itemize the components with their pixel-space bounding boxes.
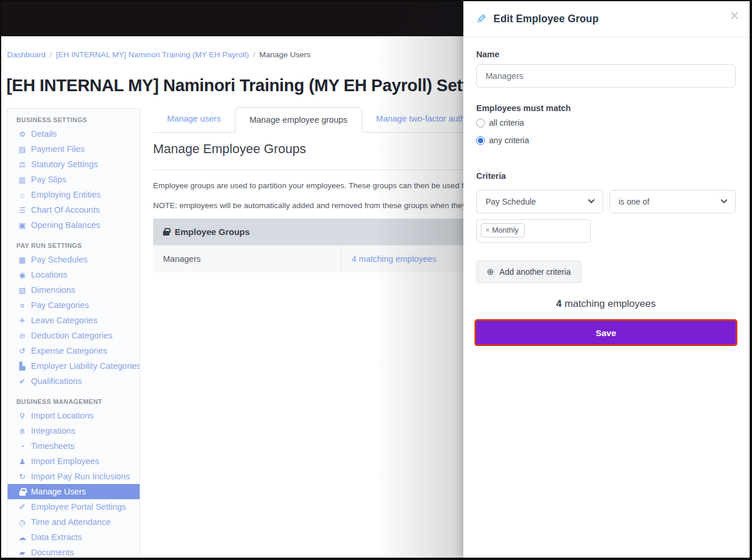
edit-employee-group-panel: ✎ Edit Employee Group × Name Employees m… — [463, 1, 750, 558]
sidebar-item-time-and-attendance[interactable]: ◷Time and Attendance — [8, 514, 140, 530]
criteria-values-input[interactable]: ×Monthly — [476, 219, 591, 243]
sidebar-item-employing-entities[interactable]: ⌂Employing Entities — [8, 187, 140, 202]
chart-icon: ▙ — [16, 362, 28, 371]
balances-icon: ▣ — [16, 221, 28, 230]
sidebar-item-label: Chart Of Accounts — [31, 205, 100, 215]
criteria-operator-select[interactable]: is one of — [609, 190, 736, 213]
tag-label: Monthly — [492, 226, 519, 234]
name-label: Name — [476, 50, 736, 59]
sidebar-item-employer-liability-categories[interactable]: ▙Employer Liability Categories — [8, 358, 140, 374]
radio-option-any-criteria[interactable]: any criteria — [476, 136, 736, 145]
sidebar-item-integrations[interactable]: ⋔Integrations — [8, 423, 140, 438]
lock-icon — [163, 231, 169, 236]
sidebar-item-label: Pay Schedules — [31, 255, 88, 264]
matching-count: 4 — [556, 298, 562, 309]
lock-icon — [16, 488, 28, 496]
radio-option-all-criteria[interactable]: all criteria — [476, 118, 736, 127]
sidebar-item-label: Locations — [31, 270, 67, 279]
sidebar-item-leave-categories[interactable]: ✈Leave Categories — [8, 313, 140, 328]
sidebar-item-label: Opening Balances — [31, 220, 101, 230]
close-icon[interactable]: × — [730, 8, 739, 24]
clock-icon: ◔ — [16, 442, 28, 451]
sidebar-item-statutory-settings[interactable]: ⚖Statutory Settings — [8, 157, 140, 172]
sidebar-item-import-employees[interactable]: ♟Import Employees — [8, 454, 140, 469]
people-icon: ♟ — [16, 457, 28, 466]
sidebar-item-employee-portal-settings[interactable]: ✐Employee Portal Settings — [8, 499, 140, 514]
calendar-icon: ▦ — [16, 255, 28, 264]
criteria-operator-value: is one of — [619, 197, 650, 206]
globe-icon: ◉ — [16, 271, 28, 279]
file-icon: ▥ — [16, 175, 28, 184]
sidebar-item-label: Employing Entities — [31, 190, 101, 199]
money-icon: ¤ — [16, 301, 28, 310]
breadcrumb-link[interactable]: [EH INTERNAL MY] Naminori Training (MY E… — [56, 50, 249, 59]
radio-selected-icon[interactable] — [476, 136, 485, 145]
sidebar-item-expense-categories[interactable]: ↺Expense Categories — [8, 343, 140, 358]
sidebar-item-pay-slips[interactable]: ▥Pay Slips — [8, 172, 140, 187]
add-another-criteria-button[interactable]: ⊕ Add another criteria — [476, 261, 581, 283]
plus-circle-icon: ⊕ — [487, 267, 494, 277]
matching-employees-summary: 4matching employees — [476, 298, 736, 310]
sidebar-item-label: Expense Categories — [31, 346, 108, 355]
add-criteria-label: Add another criteria — [500, 267, 571, 276]
matching-label: matching employees — [564, 298, 656, 309]
sidebar-item-dimensions[interactable]: ▨Dimensions — [8, 282, 140, 298]
sidebar-item-timesheets[interactable]: ◔Timesheets — [8, 438, 140, 454]
sidebar-item-label: Leave Categories — [31, 316, 98, 325]
list-icon: ☰ — [16, 206, 28, 215]
criteria-field-value: Pay Schedule — [486, 197, 536, 206]
sync-icon: ↻ — [16, 472, 28, 481]
tab-manage-users[interactable]: Manage users — [153, 106, 235, 132]
sidebar-item-data-extracts[interactable]: ☁Data Extracts — [8, 530, 140, 545]
group-name-input[interactable] — [476, 64, 736, 88]
sidebar-item-label: Manage Users — [31, 487, 86, 496]
page-title: [EH INTERNAL MY] Naminori Training (MY E… — [6, 76, 502, 95]
sidebar-section-label: PAY RUN SETTINGS — [8, 242, 140, 252]
settings-sidebar: BUSINESS SETTINGS⚙Details▤Payment Files⚖… — [7, 108, 140, 559]
sidebar-item-locations[interactable]: ◉Locations — [8, 267, 140, 282]
sidebar-item-documents[interactable]: ▰Documents — [8, 545, 140, 559]
plane-icon: ✈ — [16, 316, 28, 325]
sidebar-item-label: Details — [31, 129, 57, 139]
panel-title: Edit Employee Group — [494, 13, 599, 25]
table-header-label: Employee Groups — [175, 227, 249, 237]
sidebar-item-chart-of-accounts[interactable]: ☰Chart Of Accounts — [8, 202, 140, 217]
sidebar-item-label: Import Employees — [31, 457, 99, 466]
sidebar-item-import-pay-run-inclusions[interactable]: ↻Import Pay Run Inclusions — [8, 469, 140, 484]
match-radio-group: all criteriaany criteria — [476, 118, 736, 145]
refresh-dollar-icon: ↺ — [16, 347, 28, 355]
breadcrumb-link[interactable]: Dashboard — [7, 50, 46, 59]
matching-employees-cell: 4 matching employees — [342, 246, 436, 272]
sidebar-item-label: Pay Slips — [31, 175, 66, 184]
sidebar-item-manage-users[interactable]: Manage Users — [8, 484, 140, 499]
breadcrumb-current: Manage Users — [259, 50, 311, 59]
radio-label: any criteria — [489, 136, 529, 145]
sidebar-item-qualifications[interactable]: ✔Qualifications — [8, 374, 140, 389]
panel-body: Name Employees must match all criteriaan… — [463, 37, 750, 344]
save-button[interactable]: Save — [476, 321, 736, 344]
tab-manage-employee-groups[interactable]: Manage employee groups — [235, 107, 362, 133]
sidebar-item-pay-schedules[interactable]: ▦Pay Schedules — [8, 252, 140, 267]
sidebar-item-details[interactable]: ⚙Details — [8, 126, 140, 141]
sidebar-item-payment-files[interactable]: ▤Payment Files — [8, 141, 140, 157]
gear-icon: ⚙ — [16, 130, 28, 139]
app-window: Dashboard/[EH INTERNAL MY] Naminori Trai… — [0, 0, 752, 560]
sidebar-item-pay-categories[interactable]: ¤Pay Categories — [8, 298, 140, 313]
group-name-cell: Managers — [153, 246, 342, 272]
matching-employees-link[interactable]: 4 matching employees — [352, 254, 436, 264]
sidebar-item-label: Employer Liability Categories — [31, 361, 140, 371]
cloud-icon: ☁ — [16, 533, 28, 542]
sidebar-item-import-locations[interactable]: ⚲Import Locations — [8, 408, 140, 423]
radio-unselected-icon[interactable] — [476, 119, 485, 127]
panel-header: ✎ Edit Employee Group × — [463, 1, 750, 37]
sidebar-item-label: Employee Portal Settings — [31, 502, 126, 511]
sidebar-item-label: Documents — [31, 548, 74, 557]
check-icon: ✔ — [16, 377, 28, 386]
remove-tag-icon[interactable]: × — [486, 226, 490, 234]
breadcrumb-separator: / — [253, 50, 255, 59]
criteria-field-select[interactable]: Pay Schedule — [476, 190, 603, 213]
sidebar-item-deduction-categories[interactable]: ⊖Deduction Categories — [8, 328, 140, 343]
sidebar-item-label: Integrations — [31, 426, 75, 435]
criteria-label: Criteria — [476, 171, 736, 181]
sidebar-item-opening-balances[interactable]: ▣Opening Balances — [8, 217, 140, 233]
